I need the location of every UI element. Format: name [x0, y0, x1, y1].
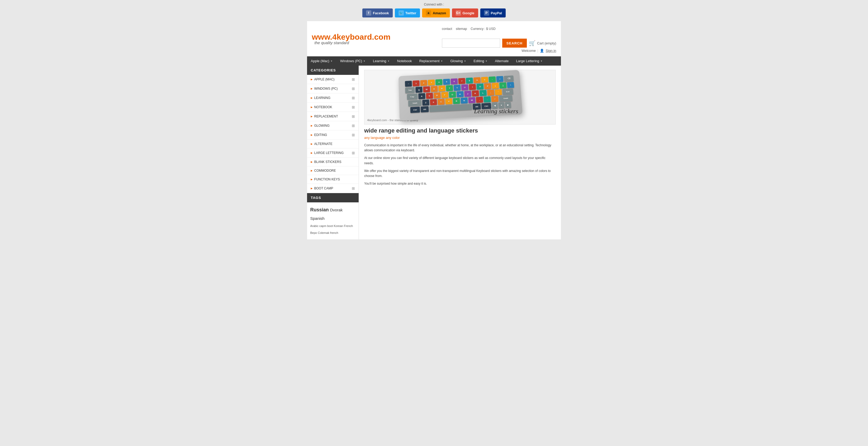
kb-key: U [461, 84, 468, 90]
logo-text[interactable]: www.4keyboard.com [312, 33, 390, 41]
nav-apple-mac[interactable]: Apple (Mac) ▼ [307, 56, 336, 66]
tag-bepo[interactable]: Bepo [310, 231, 318, 234]
sidebar-item-large-lettering[interactable]: ▶ LARGE LETTERING ⊞ [307, 148, 359, 158]
cart-text[interactable]: Cart (empty) [537, 41, 556, 45]
sidebar-item-learning[interactable]: ▶ LEARNING ⊞ [307, 93, 359, 102]
kb-key: Alt [421, 106, 429, 112]
kb-key: M [468, 97, 475, 103]
sidebar-arrow-notebook: ▶ [311, 106, 313, 109]
kb-key: S [426, 93, 433, 99]
sidebar-item-replacement[interactable]: ▶ REPLACEMENT ⊞ [307, 112, 359, 121]
logo-tagline: the quality standard [314, 40, 390, 45]
main-nav: Apple (Mac) ▼ Windows (PC) ▼ Learning ▼ … [307, 56, 561, 66]
sidebar-item-editing[interactable]: ▶ EDITING ⊞ [307, 130, 359, 140]
kb-key: Shift [408, 100, 422, 107]
kb-key: 2 [420, 80, 427, 86]
tag-french-lower[interactable]: french [330, 231, 338, 234]
nav-replacement[interactable]: Replacement ▼ [415, 56, 447, 66]
sidebar: CATEGORIES ▶ APPLE (MAC) ⊞ ▶ WINDOWS (PC… [307, 66, 359, 239]
sidebar-label-replacement: REPLACEMENT [314, 115, 338, 118]
nav-alternate[interactable]: Alternate [491, 56, 512, 66]
sidebar-label-large-lettering: LARGE LETTERING [314, 151, 344, 155]
sidebar-label-editing: EDITING [314, 133, 327, 137]
nav-arrow-editing: ▼ [485, 60, 488, 62]
kb-key: J [464, 91, 471, 97]
twitter-button[interactable]: 🐦 Twitter [395, 8, 420, 18]
nav-arrow-large: ▼ [540, 60, 543, 62]
nav-large-lettering[interactable]: Large Lettering ▼ [512, 56, 546, 66]
hero-script-text: Learning stickers [474, 108, 518, 115]
nav-learning[interactable]: Learning ▼ [369, 56, 394, 66]
sidebar-arrow-windows: ▶ [311, 87, 313, 90]
tag-boot[interactable]: boot [327, 224, 334, 228]
sign-in-link[interactable]: Sign in [546, 49, 556, 53]
sidebar-item-alternate[interactable]: ▶ ALTERNATE [307, 140, 359, 148]
sidebar-label-learning: LEARNING [314, 96, 330, 100]
tag-arabic[interactable]: Arabic [310, 224, 319, 228]
nav-windows-pc[interactable]: Windows (PC) ▼ [336, 56, 369, 66]
kb-key: \ [507, 82, 514, 88]
google-button[interactable]: G+ Google [452, 8, 478, 18]
kb-key: A [418, 93, 425, 99]
welcome-text: Welcome [522, 49, 536, 53]
nav-glowing[interactable]: Glowing ▼ [447, 56, 470, 66]
social-buttons: f Facebook 🐦 Twitter a Amazon G+ Google … [0, 8, 868, 18]
sidebar-plus-boot-camp: ⊞ [352, 186, 355, 190]
main-content: ~ 1 2 3 4 5 6 7 8 9 0 - [359, 66, 561, 239]
sidebar-arrow-function-keys: ▶ [311, 178, 313, 181]
search-button[interactable]: SEARCH [502, 39, 527, 48]
tag-russian[interactable]: Russian [310, 207, 330, 212]
tag-capm[interactable]: capm [319, 224, 327, 228]
amazon-label: Amazon [433, 11, 446, 15]
kb-key: 4 [435, 79, 442, 85]
tag-colemak[interactable]: Colemak [318, 231, 330, 234]
main-container: www.4keyboard.com the quality standard c… [307, 21, 561, 239]
sitemap-link[interactable]: sitemap [456, 27, 467, 31]
sidebar-plus-large-lettering: ⊞ [352, 151, 355, 155]
contact-link[interactable]: contact [442, 27, 452, 31]
sidebar-arrow-boot-camp: ▶ [311, 187, 313, 190]
sidebar-item-boot-camp[interactable]: ▶ BOOT CAMP ⊞ [307, 184, 359, 193]
sidebar-item-function-keys[interactable]: ▶ FUNCTION KEYS [307, 175, 359, 184]
kb-key: 7 [458, 78, 465, 84]
kb-key [429, 104, 472, 112]
sidebar-label-boot-camp: BOOT CAMP [314, 186, 333, 190]
paypal-button[interactable]: P PayPal [480, 8, 506, 18]
nav-arrow-glowing: ▼ [464, 60, 466, 62]
cart-icon: 🛒 [529, 40, 535, 46]
tag-korean[interactable]: Korean [334, 224, 344, 228]
sidebar-item-commodore[interactable]: ▶ COMMODORE [307, 167, 359, 175]
nav-editing[interactable]: Editing ▼ [470, 56, 491, 66]
kb-key: Z [422, 99, 429, 106]
kb-key: . [484, 96, 491, 102]
tags-row: Russian Dvorak Spanish Arabic capm boot … [310, 205, 355, 236]
sidebar-item-blank-stickers[interactable]: ▶ BLANK STICKERS [307, 158, 359, 167]
tag-french-cap[interactable]: French [344, 224, 353, 228]
kb-key: Ctrl [410, 107, 420, 113]
user-icon: 👤 [540, 49, 544, 53]
header-top-links: contact sitemap Currency : $ USD [442, 27, 496, 31]
sidebar-item-apple-mac[interactable]: ▶ APPLE (MAC) ⊞ [307, 75, 359, 84]
kb-key: 9 [473, 77, 480, 83]
nav-notebook[interactable]: Notebook [394, 56, 416, 66]
search-input[interactable] [442, 39, 500, 48]
sidebar-item-glowing[interactable]: ▶ GLOWING ⊞ [307, 121, 359, 130]
paypal-label: PayPal [491, 11, 502, 15]
kb-key: ⌫ [504, 76, 514, 82]
sidebar-item-notebook[interactable]: ▶ NOTEBOOK ⊞ [307, 102, 359, 112]
kb-key: Tab [405, 87, 415, 93]
sidebar-item-windows-pc[interactable]: ▶ WINDOWS (PC) ⊞ [307, 84, 359, 93]
top-bar: Connect with : f Facebook 🐦 Twitter a Am… [0, 0, 868, 21]
tag-spanish[interactable]: Spanish [310, 216, 324, 220]
sidebar-label-windows: WINDOWS (PC) [314, 87, 338, 90]
sidebar-arrow-alternate: ▶ [311, 143, 313, 145]
currency-label: Currency : $ USD [471, 27, 496, 31]
facebook-button[interactable]: f Facebook [362, 8, 393, 18]
kb-key: E [431, 86, 438, 92]
kb-key: B [453, 98, 460, 104]
amazon-button[interactable]: a Amazon [422, 8, 450, 18]
connect-text: Connect with : [0, 3, 868, 6]
tag-dvorak[interactable]: Dvorak [330, 208, 343, 212]
sidebar-label-notebook: NOTEBOOK [314, 105, 332, 109]
divider: | [537, 49, 538, 53]
